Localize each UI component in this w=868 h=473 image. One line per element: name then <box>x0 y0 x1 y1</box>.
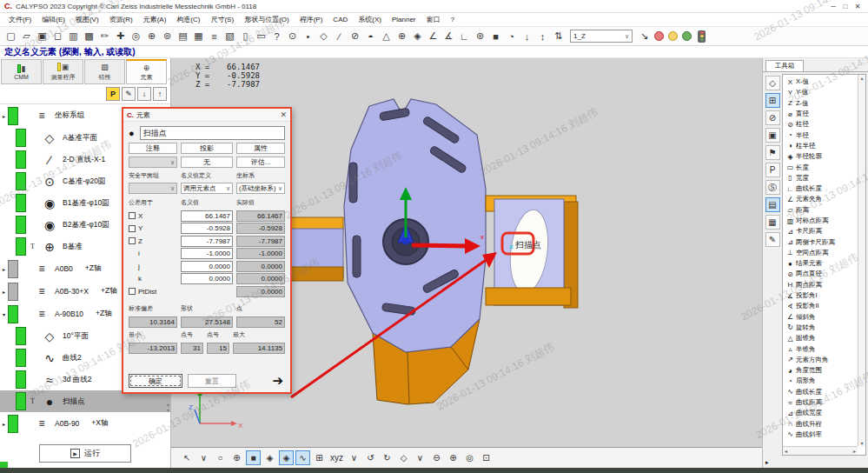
probe-p-button[interactable]: P <box>106 87 120 101</box>
temp-probe-down-icon[interactable]: ↓ <box>520 29 534 43</box>
construction-tools-icon[interactable]: ◇ <box>765 76 780 90</box>
edit-pencil-icon[interactable]: ✎ <box>765 232 780 247</box>
projection-none-button[interactable]: 无 <box>181 157 233 168</box>
zoom-window-icon[interactable]: ◎ <box>462 450 477 465</box>
print-icon[interactable]: ▤ <box>176 29 190 43</box>
toolbox-item[interactable]: ∩ 曲线升程 <box>783 419 865 430</box>
toolbox-item[interactable]: Z Z-值 <box>783 98 865 109</box>
axes-dropdown-icon[interactable]: ∨ <box>347 450 361 465</box>
probe-display-icon[interactable]: ⊕ <box>229 450 244 465</box>
path-display-icon[interactable]: ∿ <box>295 450 310 465</box>
toolbox-item[interactable]: ∿ 曲线长度 <box>783 387 865 397</box>
clearance-group-select[interactable]: ∨ <box>129 183 177 194</box>
menu-item[interactable]: 系统(X) <box>353 15 387 24</box>
notes-icon[interactable]: ▭ <box>254 29 268 43</box>
clock-icon[interactable]: ◔ <box>504 29 519 43</box>
cone-feature-icon[interactable]: △ <box>379 29 394 43</box>
list-icon[interactable]: ≡ <box>207 29 222 43</box>
help-icon[interactable]: ? <box>269 29 284 43</box>
comment-button[interactable]: 注释 <box>129 143 177 154</box>
ok-button[interactable]: 确定 <box>129 374 182 388</box>
cursor-dropdown-icon[interactable]: ∨ <box>196 450 211 465</box>
toolbox-item[interactable]: ◈ 半径轮廓 <box>783 151 865 162</box>
angle2-icon[interactable]: ∡ <box>441 29 456 43</box>
run-button[interactable]: ▶ 运行 <box>39 444 131 463</box>
toolbox-vertical-scrollbar[interactable]: ▴▾ <box>858 75 865 446</box>
box-tools-icon[interactable]: ▤ <box>765 197 780 212</box>
toolbox-item[interactable]: ◔ 扇形角 <box>783 376 865 386</box>
view-dropdown-icon[interactable]: ∨ <box>413 450 427 465</box>
machine-tools-icon[interactable]: ▣ <box>765 128 780 143</box>
sphere-feature-icon[interactable]: ◓ <box>363 29 378 43</box>
comment-select[interactable]: ∨ <box>129 157 177 168</box>
feature-name-input[interactable]: 扫描点 <box>140 126 285 140</box>
new-file-icon[interactable]: ▢ <box>3 29 18 43</box>
probe-select[interactable]: 1_Z ∨ <box>570 30 633 43</box>
nominal-value-input[interactable]: -1.0000 <box>181 248 233 259</box>
symmetry-icon[interactable]: ◈ <box>410 29 425 43</box>
edit-pencil-button[interactable]: ✎ <box>122 87 136 101</box>
panel-expander-icon[interactable]: ▸ <box>763 457 868 468</box>
angle-icon[interactable]: ∠ <box>426 29 441 43</box>
move-up-button[interactable]: ↑ <box>153 87 167 101</box>
toolbox-item[interactable]: ↻ 旋转角 <box>783 323 865 333</box>
toolbox-item[interactable]: H 两点距离 <box>783 280 865 290</box>
select-cursor-icon[interactable]: ↖ <box>180 450 195 465</box>
tolerance-checkbox[interactable] <box>129 225 136 232</box>
toolbox-horizontal-scrollbar[interactable]: ◂▸ <box>783 446 858 455</box>
probe-visible-icon[interactable]: ◈ <box>262 450 277 465</box>
projection-button[interactable]: 投影 <box>181 143 233 154</box>
corner-icon[interactable]: ∟ <box>457 29 472 43</box>
nominal-definition-select[interactable]: 调用元素点∨ <box>181 183 233 194</box>
traffic-light-icon[interactable] <box>698 30 706 43</box>
zoom-out-icon[interactable]: ⊖ <box>429 450 444 465</box>
expander-icon[interactable]: ▸ <box>0 266 8 272</box>
menu-item[interactable]: 尺寸(S) <box>205 15 239 24</box>
toolbox-item[interactable]: ≈ 曲线距离 <box>783 397 865 408</box>
tab-cmm[interactable]: ▮ CMM <box>1 59 42 84</box>
toolbox-item[interactable]: ∡ 投影角I <box>783 290 865 301</box>
menu-item[interactable]: 资源(R) <box>104 15 138 24</box>
toolbox-item[interactable]: ⊥ 空间点距离 <box>783 248 865 258</box>
expander-icon[interactable]: ▸ <box>0 113 8 119</box>
cad-axes-icon[interactable]: xyz <box>328 450 345 465</box>
toolbox-item[interactable]: △ 圆锥角 <box>783 333 865 343</box>
nominal-value-input[interactable]: -0.5928 <box>181 223 233 234</box>
zoom-in-icon[interactable]: ⊕ <box>446 450 461 465</box>
toolbox-item[interactable]: ▭ 长度 <box>783 162 865 172</box>
tab-features[interactable]: ⊕ 元素 <box>126 59 167 84</box>
minimize-button[interactable]: ─ <box>827 3 839 10</box>
menu-item[interactable]: 元素(A) <box>138 15 172 24</box>
toolbox-item[interactable]: ◔ 半径 <box>783 130 865 140</box>
expander-icon[interactable]: ▸ <box>0 421 8 427</box>
rotate-cw-icon[interactable]: ↻ <box>380 450 394 465</box>
solid-box-icon[interactable]: ■ <box>488 29 503 43</box>
line-feature-icon[interactable]: ∕ <box>332 29 347 43</box>
nominal-value-input[interactable]: -7.7987 <box>181 236 233 247</box>
menu-item[interactable]: Planner <box>387 16 421 23</box>
nominal-value-input[interactable]: 66.1467 <box>181 210 233 222</box>
status-red-light[interactable] <box>654 31 664 41</box>
temp-probe-updown-icon[interactable]: ↕ <box>535 29 550 43</box>
status-green-light[interactable] <box>682 31 692 41</box>
toolbox-item[interactable]: ∿ 曲线斜率 <box>783 430 865 440</box>
probe-visible2-icon[interactable]: ◈ <box>279 450 294 465</box>
toolbox-tab[interactable]: 工具箱 <box>765 60 804 71</box>
expander-icon[interactable]: ▾ <box>0 311 8 317</box>
copy-icon[interactable]: ▥ <box>66 29 81 43</box>
evaluation-button[interactable]: 评估... <box>236 157 285 168</box>
open-folder-icon[interactable]: ▱ <box>19 29 34 43</box>
toolbox-item[interactable]: ● 结果元素 <box>783 258 865 269</box>
delete-icon[interactable]: ▦ <box>191 29 206 43</box>
toolbox-item[interactable]: ⊿ 卡尺距离 <box>783 226 865 236</box>
brush-icon[interactable]: ✏ <box>97 29 112 43</box>
dialog-close-icon[interactable]: ✕ <box>280 110 287 119</box>
toolbox-item[interactable]: ⊿ 曲线宽度 <box>783 408 865 418</box>
toolbox-item[interactable]: ◑ 柱半径 <box>783 141 865 151</box>
probe-tools-icon[interactable]: ⚑ <box>765 145 780 160</box>
menu-item[interactable]: CAD <box>328 16 353 23</box>
solid-view-icon[interactable]: ■ <box>246 450 261 465</box>
torus-feature-icon[interactable]: ⊕ <box>394 29 409 43</box>
probe-angles-icon[interactable]: ⇅ <box>551 29 566 43</box>
move-down-button[interactable]: ↓ <box>137 87 151 101</box>
